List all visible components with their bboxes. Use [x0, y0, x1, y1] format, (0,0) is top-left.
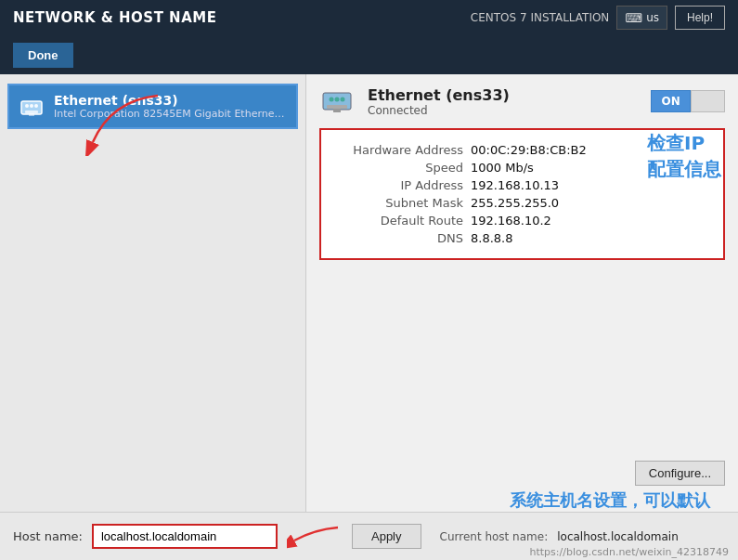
default-route-label: Default Route — [336, 214, 471, 228]
svg-point-10 — [335, 98, 340, 102]
done-button[interactable]: Done — [13, 43, 73, 68]
current-host-value: localhost.localdomain — [557, 530, 679, 543]
svg-point-11 — [341, 98, 345, 102]
host-name-label: Host name: — [13, 529, 83, 543]
info-row-dns: DNS 8.8.8.8 — [336, 231, 708, 245]
main-content: Ethernet (ens33) Intel Corporation 82545… — [0, 74, 738, 560]
keyboard-input[interactable]: ⌨ us — [616, 6, 667, 30]
hardware-address-label: Hardware Address — [336, 143, 471, 157]
svg-rect-1 — [25, 111, 38, 113]
network-item-title: Ethernet (ens33) — [54, 93, 286, 108]
network-adapter-icon — [19, 94, 45, 120]
ethernet-icon — [319, 84, 355, 119]
svg-point-5 — [34, 104, 38, 108]
hostname-arrow-icon — [287, 520, 343, 550]
network-list: Ethernet (ens33) Intel Corporation 82545… — [7, 84, 298, 521]
network-item-subtitle: Intel Corporation 82545EM Gigabit Ethern… — [54, 108, 286, 120]
keyboard-icon: ⌨ — [625, 11, 642, 25]
top-bar: NETWORK & HOST NAME CENTOS 7 INSTALLATIO… — [0, 0, 738, 35]
toggle-switch[interactable]: ON — [651, 90, 725, 112]
default-route-value: 192.168.10.2 — [471, 214, 551, 228]
dns-label: DNS — [336, 231, 471, 245]
installation-title: CENTOS 7 INSTALLATION — [471, 11, 610, 24]
speed-label: Speed — [336, 161, 471, 175]
ip-config-annotation: 检查IP配置信息 — [647, 130, 721, 182]
ip-address-value: 192.168.10.13 — [471, 178, 559, 192]
info-row-gateway: Default Route 192.168.10.2 — [336, 214, 708, 228]
ethernet-info: Ethernet (ens33) Connected — [368, 86, 510, 117]
svg-rect-2 — [29, 113, 34, 116]
apply-button[interactable]: Apply — [352, 524, 421, 549]
subnet-mask-value: 255.255.255.0 — [471, 196, 559, 210]
left-panel: Ethernet (ens33) Intel Corporation 82545… — [0, 74, 306, 560]
svg-point-9 — [330, 98, 334, 102]
configure-button[interactable]: Configure... — [635, 461, 725, 486]
dns-value: 8.8.8.8 — [471, 231, 512, 245]
ethernet-title: Ethernet (ens33) — [368, 86, 510, 104]
svg-rect-7 — [327, 105, 347, 109]
svg-point-3 — [25, 104, 29, 108]
top-bar-right: CENTOS 7 INSTALLATION ⌨ us Help! — [471, 6, 725, 30]
watermark: https://blog.csdn.net/weixin_42318749 — [529, 546, 729, 558]
current-host-label: Current host name: — [440, 530, 549, 543]
hardware-address-value: 00:0C:29:B8:CB:B2 — [471, 143, 587, 157]
subnet-mask-label: Subnet Mask — [336, 196, 471, 210]
ethernet-status: Connected — [368, 104, 510, 117]
hostname-annotation: 系统主机名设置，可以默认 — [510, 489, 710, 512]
help-button[interactable]: Help! — [675, 6, 725, 30]
done-button-row: Done — [0, 35, 738, 74]
hostname-arrow-container — [287, 520, 343, 553]
svg-point-4 — [30, 104, 33, 108]
info-row-subnet: Subnet Mask 255.255.255.0 — [336, 196, 708, 210]
host-name-input[interactable] — [92, 524, 278, 549]
page-title: NETWORK & HOST NAME — [13, 9, 216, 26]
network-item-text: Ethernet (ens33) Intel Corporation 82545… — [54, 93, 286, 120]
ip-address-label: IP Address — [336, 178, 471, 192]
ethernet-header: Ethernet (ens33) Connected ON — [319, 84, 725, 119]
speed-value: 1000 Mb/s — [471, 161, 534, 175]
network-item-ens33[interactable]: Ethernet (ens33) Intel Corporation 82545… — [7, 84, 298, 129]
toggle-off-area — [691, 90, 725, 112]
toggle-on-label: ON — [651, 90, 690, 112]
svg-rect-8 — [333, 109, 341, 112]
keyboard-label: us — [646, 11, 659, 24]
